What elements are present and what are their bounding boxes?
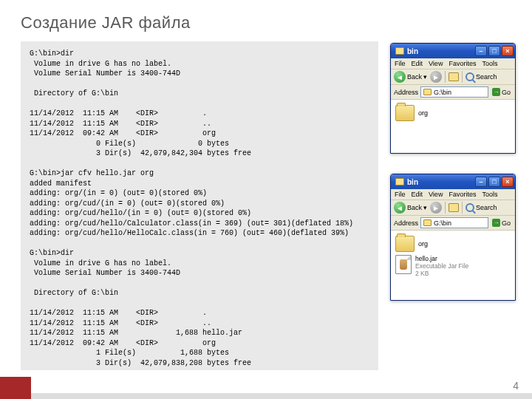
back-label: Back xyxy=(407,204,422,211)
back-icon: ◄ xyxy=(394,71,406,83)
address-bar: Address G:\bin → Go xyxy=(391,216,515,231)
toolbar: ◄ Back ▾ ► Search xyxy=(391,69,515,85)
separator xyxy=(462,71,463,83)
file-name: hello.jar xyxy=(415,255,468,262)
close-button[interactable]: × xyxy=(502,46,514,56)
folder-icon xyxy=(395,47,404,55)
separator xyxy=(462,202,463,214)
address-label: Address xyxy=(394,219,418,227)
file-size: 2 KB xyxy=(415,270,468,277)
menu-tools[interactable]: Tools xyxy=(482,191,497,198)
up-folder-button[interactable] xyxy=(449,203,459,212)
slide-title: Создание JAR файла xyxy=(21,13,191,33)
toolbar: ◄ Back ▾ ► Search xyxy=(391,200,515,216)
file-list: org hello.jar Executable Jar File 2 KB xyxy=(391,231,515,300)
up-folder-button[interactable] xyxy=(449,72,459,81)
back-label: Back xyxy=(407,73,422,81)
search-icon xyxy=(466,203,474,212)
footer-bar xyxy=(31,393,532,399)
console-output: G:\bin>dir Volume in drive G has no labe… xyxy=(21,41,378,370)
search-button[interactable]: Search xyxy=(466,203,497,212)
address-bar: Address G:\bin → Go xyxy=(391,85,515,100)
explorer-window-after: bin – □ × File Edit View Favorites Tools… xyxy=(390,174,516,301)
back-button[interactable]: ◄ Back ▾ xyxy=(394,71,427,83)
separator xyxy=(445,71,446,83)
maximize-button[interactable]: □ xyxy=(488,177,500,187)
window-title: bin xyxy=(407,178,475,186)
file-item-hellojar[interactable]: hello.jar Executable Jar File 2 KB xyxy=(395,255,511,278)
folder-icon xyxy=(395,178,404,185)
address-path: G:\bin xyxy=(434,219,451,227)
folder-label: org xyxy=(418,240,428,248)
explorer-window-before: bin – □ × File Edit View Favorites Tools… xyxy=(390,43,516,154)
chevron-down-icon: ▾ xyxy=(423,73,427,81)
back-icon: ◄ xyxy=(394,202,406,214)
menu-favorites[interactable]: Favorites xyxy=(449,60,476,67)
menubar: File Edit View Favorites Tools xyxy=(391,189,515,200)
folder-item-org[interactable]: org xyxy=(395,236,511,252)
go-label: Go xyxy=(502,89,511,96)
menu-view[interactable]: View xyxy=(429,191,443,198)
menu-file[interactable]: File xyxy=(395,191,406,198)
address-input[interactable]: G:\bin xyxy=(420,86,488,98)
address-path: G:\bin xyxy=(434,89,451,96)
go-label: Go xyxy=(502,219,511,227)
go-icon: → xyxy=(492,88,500,96)
folder-label: org xyxy=(418,109,428,117)
separator xyxy=(445,202,446,214)
search-icon xyxy=(466,72,474,81)
menu-file[interactable]: File xyxy=(395,60,406,67)
search-label: Search xyxy=(476,73,497,81)
close-button[interactable]: × xyxy=(502,177,514,187)
address-input[interactable]: G:\bin xyxy=(420,217,488,228)
folder-item-org[interactable]: org xyxy=(395,105,511,121)
forward-button[interactable]: ► xyxy=(430,71,442,83)
menu-edit[interactable]: Edit xyxy=(412,60,423,67)
menu-favorites[interactable]: Favorites xyxy=(449,191,476,198)
go-icon: → xyxy=(492,219,500,227)
footer-accent xyxy=(0,377,31,399)
titlebar[interactable]: bin – □ × xyxy=(391,174,515,189)
folder-icon xyxy=(423,219,432,226)
address-label: Address xyxy=(394,89,418,96)
page-number: 4 xyxy=(513,380,519,392)
search-button[interactable]: Search xyxy=(466,72,497,81)
back-button[interactable]: ◄ Back ▾ xyxy=(394,202,427,214)
file-list: org xyxy=(391,100,515,153)
folder-icon xyxy=(423,89,432,95)
maximize-button[interactable]: □ xyxy=(488,46,500,56)
menu-edit[interactable]: Edit xyxy=(412,191,423,198)
menubar: File Edit View Favorites Tools xyxy=(391,58,515,69)
go-button[interactable]: → Go xyxy=(491,219,512,227)
menu-tools[interactable]: Tools xyxy=(482,60,497,67)
folder-icon xyxy=(395,236,415,252)
menu-view[interactable]: View xyxy=(429,60,443,67)
window-title: bin xyxy=(407,47,475,55)
search-label: Search xyxy=(476,204,497,211)
folder-icon xyxy=(395,105,415,121)
chevron-down-icon: ▾ xyxy=(423,204,427,211)
forward-button[interactable]: ► xyxy=(430,202,442,214)
minimize-button[interactable]: – xyxy=(475,46,487,56)
go-button[interactable]: → Go xyxy=(491,88,512,96)
titlebar[interactable]: bin – □ × xyxy=(391,44,515,58)
jar-icon xyxy=(395,255,412,274)
file-type: Executable Jar File xyxy=(415,262,468,270)
minimize-button[interactable]: – xyxy=(475,177,487,187)
